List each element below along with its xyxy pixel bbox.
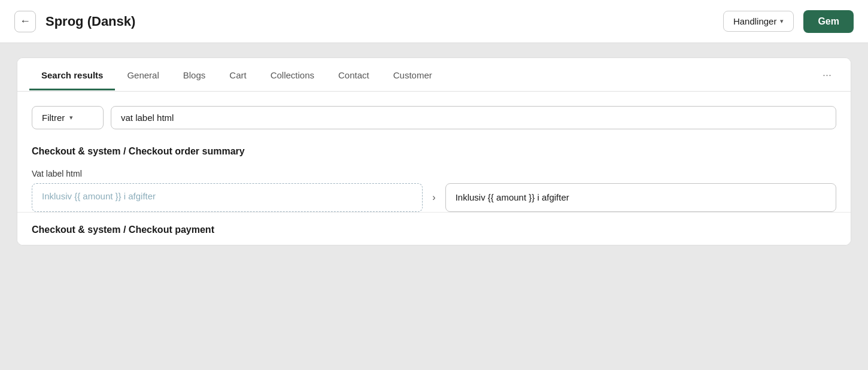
actions-label: Handlinger <box>733 16 777 26</box>
main-area: Search results General Blogs Cart Collec… <box>0 43 868 260</box>
tabs-more-button[interactable]: ··· <box>815 58 839 92</box>
back-icon: ← <box>20 15 31 28</box>
translation-source: Inklusiv {{ amount }} i afgifter <box>32 183 423 212</box>
field-label: Vat label html <box>32 169 836 178</box>
content-panel: Filtrer ▾ Checkout & system / Checkout o… <box>17 92 851 245</box>
actions-button[interactable]: Handlinger ▾ <box>723 11 794 32</box>
filter-chevron-icon: ▾ <box>69 114 73 122</box>
tab-contact[interactable]: Contact <box>326 59 381 90</box>
tab-search-results[interactable]: Search results <box>29 59 115 90</box>
filter-bar: Filtrer ▾ <box>32 106 836 129</box>
search-input[interactable] <box>111 106 836 129</box>
tab-general[interactable]: General <box>115 59 171 90</box>
arrow-right-icon: › <box>432 192 435 203</box>
tab-customer[interactable]: Customer <box>381 59 444 90</box>
page-title: Sprog (Dansk) <box>45 14 714 29</box>
tab-blogs[interactable]: Blogs <box>171 59 218 90</box>
section2-heading: Checkout & system / Checkout payment <box>17 212 851 245</box>
back-button[interactable]: ← <box>14 11 36 32</box>
chevron-down-icon: ▾ <box>780 17 784 25</box>
section1-heading: Checkout & system / Checkout order summa… <box>32 146 836 157</box>
translation-field-vat: Vat label html Inklusiv {{ amount }} i a… <box>32 169 836 212</box>
translation-row: Inklusiv {{ amount }} i afgifter › <box>32 183 836 212</box>
filter-label: Filtrer <box>42 113 65 123</box>
save-button[interactable]: Gem <box>803 10 854 33</box>
tab-cart[interactable]: Cart <box>217 59 258 90</box>
translation-target-input[interactable] <box>445 183 836 212</box>
page-header: ← Sprog (Dansk) Handlinger ▾ Gem <box>0 0 868 43</box>
tab-collections[interactable]: Collections <box>259 59 326 90</box>
main-card: Search results General Blogs Cart Collec… <box>17 57 851 245</box>
filter-button[interactable]: Filtrer ▾ <box>32 106 104 129</box>
tabs-bar: Search results General Blogs Cart Collec… <box>17 58 851 92</box>
